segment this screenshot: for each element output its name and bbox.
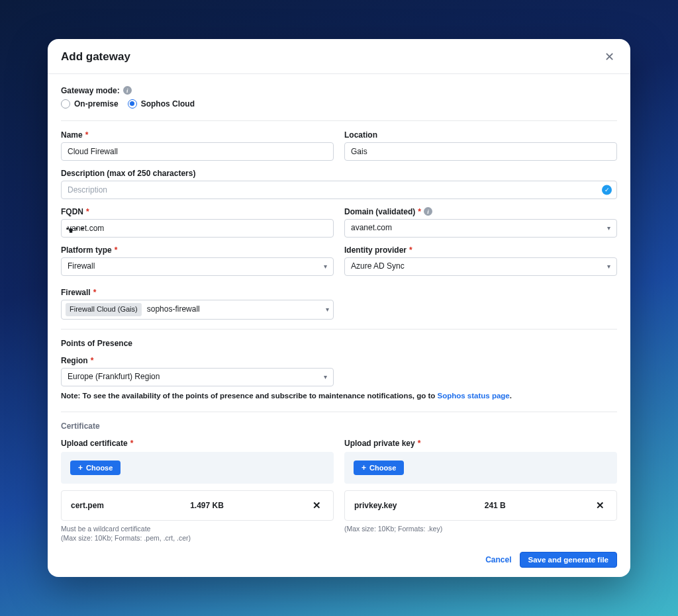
- pop-note-suffix: .: [510, 392, 512, 400]
- domain-select[interactable]: avanet.com ▾: [344, 219, 617, 238]
- required-marker: *: [86, 207, 89, 216]
- fqdn-obscured-prefix: ▪▖▪ ▪: [66, 224, 85, 232]
- gateway-mode-radios: On-premise Sophos Cloud: [61, 99, 617, 109]
- cert-hint: Must be a wildcard certificate (Max size…: [61, 524, 334, 543]
- remove-cert-button[interactable]: ✕: [310, 498, 324, 513]
- certificate-title: Certificate: [61, 421, 617, 431]
- region-select[interactable]: Europe (Frankfurt) Region ▾: [61, 368, 334, 386]
- chevron-down-icon: ▾: [324, 373, 327, 382]
- close-icon: ✕: [605, 50, 614, 64]
- description-input[interactable]: [61, 181, 617, 199]
- radio-on-premise[interactable]: On-premise: [61, 99, 119, 109]
- platform-type-value: Firewall: [68, 261, 95, 272]
- cert-file-row: cert.pem 1.497 KB ✕: [61, 490, 334, 521]
- close-icon: ✕: [313, 500, 321, 511]
- required-marker: *: [93, 288, 97, 297]
- gateway-mode-section: Gateway mode: i On-premise Sophos Cloud: [61, 86, 617, 109]
- sophos-status-link[interactable]: Sophos status page: [438, 392, 510, 400]
- divider: [61, 329, 617, 330]
- chevron-down-icon: ▾: [326, 305, 329, 314]
- gateway-mode-label: Gateway mode:: [61, 86, 120, 95]
- close-icon: ✕: [596, 500, 605, 511]
- region-field: Region * Europe (Frankfurt) Region ▾: [61, 356, 334, 386]
- key-file-size: 241 B: [485, 501, 506, 510]
- choose-key-label: Choose: [369, 464, 396, 472]
- key-file-row: privkey.key 241 B ✕: [344, 490, 617, 521]
- upload-key-field: Upload private key * + Choose privkey.ke…: [344, 439, 617, 543]
- upload-key-dropzone[interactable]: + Choose: [344, 452, 617, 484]
- points-of-presence-section: Points of Presence Region * Europe (Fran…: [61, 339, 617, 400]
- required-marker: *: [130, 439, 134, 448]
- required-marker: *: [91, 356, 94, 365]
- location-input[interactable]: [344, 142, 617, 161]
- remove-key-button[interactable]: ✕: [593, 498, 607, 513]
- region-label: Region: [61, 356, 88, 365]
- location-field: Location: [344, 130, 617, 161]
- certificate-section: Certificate Upload certificate * + Choos…: [61, 421, 617, 543]
- chevron-down-icon: ▾: [324, 262, 327, 271]
- pop-title: Points of Presence: [61, 339, 617, 348]
- fqdn-label: FQDN: [61, 207, 83, 216]
- platform-type-label: Platform type: [61, 245, 112, 255]
- gateway-mode-label-row: Gateway mode: i: [61, 86, 617, 95]
- info-icon[interactable]: i: [123, 86, 132, 95]
- close-button[interactable]: ✕: [602, 48, 617, 66]
- fqdn-input[interactable]: [61, 219, 334, 238]
- required-marker: *: [85, 130, 89, 140]
- domain-field: Domain (validated) * i avanet.com ▾: [344, 207, 617, 238]
- divider: [61, 412, 617, 412]
- fqdn-field: FQDN * ▪▖▪ ▪: [61, 207, 334, 238]
- firewall-text: sophos-firewall: [147, 304, 200, 315]
- upload-cert-dropzone[interactable]: + Choose: [61, 452, 334, 484]
- certificate-grid: Upload certificate * + Choose cert.pem 1…: [61, 439, 617, 543]
- plus-icon: +: [362, 464, 366, 472]
- divider: [61, 120, 617, 121]
- modal-header: Add gateway ✕: [48, 39, 630, 74]
- name-label: Name: [61, 130, 83, 140]
- modal-body: Gateway mode: i On-premise Sophos Cloud …: [48, 74, 630, 547]
- identity-provider-field: Identity provider * Azure AD Sync ▾: [344, 245, 617, 276]
- description-label: Description (max of 250 characters): [61, 169, 195, 178]
- key-file-name: privkey.key: [354, 501, 397, 510]
- radio-on-premise-label: On-premise: [74, 99, 119, 109]
- check-icon: ✓: [602, 185, 612, 195]
- add-gateway-modal: Add gateway ✕ Gateway mode: i On-premise…: [48, 39, 630, 577]
- identity-provider-value: Azure AD Sync: [351, 261, 405, 272]
- platform-type-field: Platform type * Firewall ▾: [61, 245, 334, 276]
- radio-dot-selected: [128, 99, 137, 109]
- cert-file-name: cert.pem: [71, 501, 104, 510]
- required-marker: *: [409, 245, 412, 255]
- location-label: Location: [344, 130, 377, 140]
- pop-note-prefix: Note: To see the availability of the poi…: [61, 392, 438, 400]
- description-field: Description (max of 250 characters) ✓: [61, 169, 617, 199]
- radio-sophos-cloud[interactable]: Sophos Cloud: [128, 99, 195, 109]
- name-input[interactable]: [61, 142, 334, 161]
- key-hint: (Max size: 10Kb; Formats: .key): [344, 524, 617, 533]
- cert-hint-line1: Must be a wildcard certificate: [61, 525, 150, 533]
- firewall-tag[interactable]: Firewall Cloud (Gais): [66, 303, 142, 316]
- radio-dot-unselected: [61, 99, 70, 109]
- upload-cert-field: Upload certificate * + Choose cert.pem 1…: [61, 439, 334, 543]
- save-button[interactable]: Save and generate file: [520, 552, 617, 568]
- platform-type-select[interactable]: Firewall ▾: [61, 257, 334, 276]
- cert-hint-line2: (Max size: 10Kb; Formats: .pem, .crt, .c…: [61, 534, 191, 542]
- form-grid-1: Name * Location Description (max of 250 …: [61, 130, 617, 320]
- firewall-multiselect[interactable]: Firewall Cloud (Gais) sophos-firewall ▾: [61, 300, 334, 320]
- choose-cert-button[interactable]: + Choose: [70, 461, 121, 475]
- modal-title: Add gateway: [61, 50, 130, 64]
- upload-cert-label: Upload certificate: [61, 439, 128, 448]
- cancel-button[interactable]: Cancel: [485, 555, 511, 564]
- info-icon[interactable]: i: [424, 207, 432, 216]
- name-field: Name *: [61, 130, 334, 161]
- domain-value: avanet.com: [351, 222, 392, 234]
- upload-key-label: Upload private key: [344, 439, 415, 448]
- identity-provider-select[interactable]: Azure AD Sync ▾: [344, 257, 617, 276]
- radio-sophos-cloud-label: Sophos Cloud: [141, 99, 195, 109]
- chevron-down-icon: ▾: [607, 224, 610, 233]
- choose-key-button[interactable]: + Choose: [354, 461, 404, 475]
- chevron-down-icon: ▾: [607, 262, 610, 271]
- required-marker: *: [115, 245, 118, 255]
- firewall-label: Firewall: [61, 288, 91, 297]
- pop-note: Note: To see the availability of the poi…: [61, 392, 617, 400]
- firewall-field: Firewall * Firewall Cloud (Gais) sophos-…: [61, 288, 334, 320]
